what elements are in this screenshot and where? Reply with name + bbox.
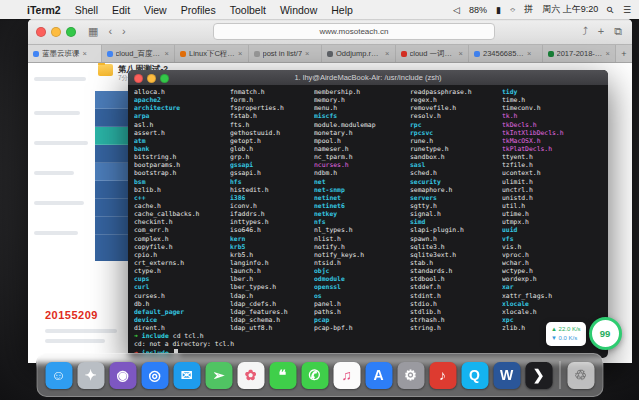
sidebar-toggle-icon[interactable]: ▦ [86, 26, 100, 37]
dir-entry: hfs [230, 178, 314, 186]
dock-word-icon[interactable]: W [493, 362, 520, 389]
url-field[interactable]: www.mosoteach.cn [213, 23, 495, 40]
menu-shell[interactable]: Shell [68, 4, 105, 16]
tab-close-icon[interactable]: × [165, 49, 169, 58]
file-entry: stddef.h [410, 283, 502, 291]
file-entry: iso646.h [230, 226, 314, 234]
minimize-button[interactable] [51, 27, 61, 37]
iterm-window: 1. lhy@AirdeMacBook-Air: /usr/include (z… [128, 70, 608, 358]
dir-entry: curl [134, 283, 230, 291]
menu-edit[interactable]: Edit [105, 4, 137, 16]
browser-tab[interactable]: 2017-2018-…× [543, 45, 617, 62]
browser-tab[interactable]: cloud_百度搜索× [102, 45, 176, 62]
menu-iterm2[interactable]: iTerm2 [20, 4, 68, 16]
tab-close-icon[interactable]: × [459, 49, 463, 58]
add-tab-icon[interactable]: + [596, 26, 606, 37]
dock-mail-icon[interactable]: ✉ [173, 362, 200, 389]
browser-tab[interactable]: Linux下C程序…× [175, 45, 249, 62]
file-entry: com_err.h [134, 226, 230, 234]
text-placeholder [34, 171, 74, 175]
file-entry: copyfile.h [134, 243, 230, 251]
dock-maps-icon[interactable]: ➢ [205, 362, 232, 389]
tab-close-icon[interactable]: × [238, 49, 242, 58]
menu-view[interactable]: View [137, 4, 174, 16]
sidenav-item[interactable] [95, 91, 128, 109]
sidenav-item[interactable] [95, 109, 128, 127]
dock-netease-music-icon[interactable]: ♪ [429, 362, 456, 389]
forward-icon[interactable]: › [120, 26, 128, 37]
sidenav-item[interactable] [95, 217, 128, 235]
file-entry: slapi-plugin.h [410, 226, 502, 234]
browser-tab[interactable]: Oddjump.ru…× [322, 45, 396, 62]
dock-app-store-icon[interactable]: A [365, 362, 392, 389]
browser-tab[interactable]: post in list/7× [249, 45, 323, 62]
browser-tab[interactable]: 23456685…× [469, 45, 543, 62]
sidenav-item[interactable] [95, 145, 128, 163]
menu-toolbelt[interactable]: Toolbelt [223, 4, 273, 16]
dock-messages-icon[interactable]: ❝ [269, 362, 296, 389]
terminal-titlebar[interactable]: 1. lhy@AirdeMacBook-Air: /usr/include (z… [128, 70, 608, 85]
browser-tab[interactable]: cloud 一词霸…× [396, 45, 470, 62]
file-entry: sqlite3.h [410, 243, 502, 251]
tab-close-icon[interactable]: × [83, 49, 87, 58]
monitor-widget[interactable]: ▲ 22.0 K/s ▼ 0.0 K/s 99 [546, 317, 622, 350]
dock-launchpad-icon[interactable]: ✦ [77, 362, 104, 389]
minimize-button[interactable] [147, 74, 156, 83]
file-entry: ldap_cdefs.h [230, 300, 314, 308]
share-icon[interactable]: ⤴ [580, 26, 590, 37]
tab-close-icon[interactable]: × [527, 49, 531, 58]
back-icon[interactable]: ‹ [106, 26, 114, 37]
score-ring[interactable]: 99 [589, 317, 622, 350]
notification-center-icon[interactable]: ☰ [623, 5, 631, 15]
sidenav-item[interactable] [95, 127, 128, 145]
close-button[interactable] [134, 74, 143, 83]
file-entry: lber.h [230, 275, 314, 283]
tab-overview-icon[interactable]: ⧉ [612, 26, 624, 37]
zoom-button[interactable] [66, 27, 76, 37]
dock-qq-icon[interactable]: Q [461, 362, 488, 389]
terminal-body[interactable]: alloca.hapache2architecturearpaasl.hasse… [128, 85, 608, 357]
menu-window[interactable]: Window [273, 4, 324, 16]
dock-photos-icon[interactable]: ✿ [237, 362, 264, 389]
file-entry: runetype.h [410, 145, 502, 153]
sidenav-item[interactable] [95, 199, 128, 217]
dock-iterm-icon[interactable]: ❯ [525, 362, 552, 389]
tab-close-icon[interactable]: × [305, 49, 309, 58]
file-entry: monetary.h [314, 129, 410, 137]
zoom-button[interactable] [160, 74, 169, 83]
menu-help[interactable]: Help [324, 4, 360, 16]
file-entry: resolv.h [410, 112, 502, 120]
clock[interactable]: 周六 上午9:20 [542, 3, 598, 16]
file-entry: notify_keys.h [314, 251, 410, 259]
dock-itunes-icon[interactable]: ♫ [333, 362, 360, 389]
dock: ☺✦◉◎✉➢✿❝✆♫A⚙♪QW❯♲ [36, 353, 603, 397]
wifi-icon[interactable]: ⌔ [510, 4, 515, 15]
volume-icon[interactable]: ◁ [453, 5, 460, 15]
sidenav-item[interactable] [95, 181, 128, 199]
browser-tab[interactable]: 蓝墨云班课× [28, 45, 102, 62]
menu-profiles[interactable]: Profiles [174, 4, 223, 16]
dock-trash-icon[interactable]: ♲ [567, 362, 594, 389]
close-button[interactable] [36, 27, 46, 37]
file-entry: gethostuuid.h [230, 129, 314, 137]
dock-safari-icon[interactable]: ◎ [141, 362, 168, 389]
dock-system-preferences-icon[interactable]: ⚙ [397, 362, 424, 389]
dock-finder-icon[interactable]: ☺ [45, 362, 72, 389]
tab-close-icon[interactable]: × [385, 49, 389, 58]
input-method-icon[interactable]: 拼 [524, 3, 533, 16]
error-line: cd: not a directory: tcl.h [134, 340, 602, 348]
spotlight-icon[interactable]: ⚲ [605, 4, 617, 16]
file-entry: fstab.h [230, 112, 314, 120]
tab-close-icon[interactable]: × [605, 49, 609, 58]
dir-entry: atm [134, 137, 230, 145]
file-entry: signal.h [410, 210, 502, 218]
dock-facetime-icon[interactable]: ✆ [301, 362, 328, 389]
new-tab-button[interactable]: + [616, 45, 632, 62]
sidenav-item[interactable] [95, 163, 128, 181]
dir-entry: os [314, 292, 410, 300]
dock-siri-icon[interactable]: ◉ [109, 362, 136, 389]
file-entry: histedit.h [230, 186, 314, 194]
battery-percent[interactable]: 88% [469, 5, 487, 15]
file-entry: stdio.h [410, 300, 502, 308]
battery-icon[interactable]: ▮ [496, 5, 501, 15]
